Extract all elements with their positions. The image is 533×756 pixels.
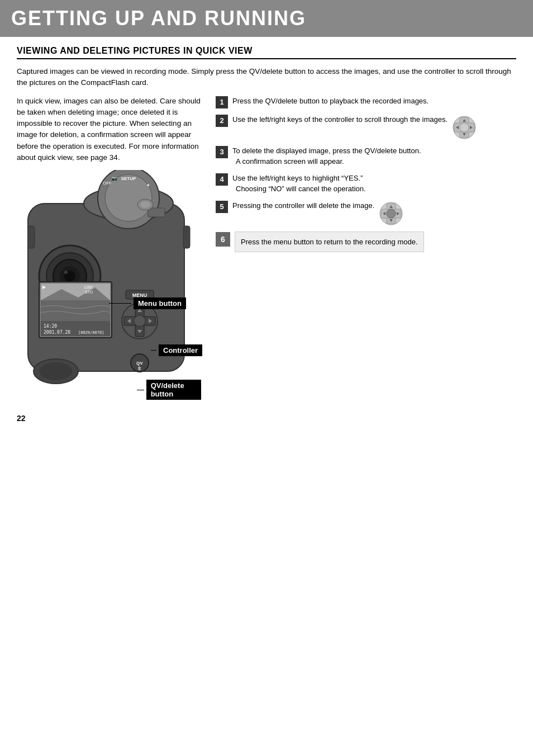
step-3-text: To delete the displayed image, press the…	[232, 145, 421, 167]
svg-text:🗑: 🗑	[137, 366, 141, 370]
step-2-text: Use the left/right keys of the controlle…	[232, 114, 448, 125]
step-5-text: Pressing the controller will delete the …	[232, 200, 374, 211]
svg-text:OFF: OFF	[103, 181, 112, 186]
controller-dpad-icon-step2	[452, 115, 477, 140]
menu-button-label-group: Menu button	[109, 297, 186, 309]
step-3-number: 3	[216, 146, 228, 158]
svg-text:SETUP: SETUP	[121, 176, 136, 181]
step-1-text: Press the QV/delete button to playback t…	[232, 96, 429, 107]
camera-svg: SETUP ✦ 📷 OFF	[17, 170, 201, 405]
svg-point-41	[39, 362, 73, 380]
step-4-text: Use the left/right keys to highlight “YE…	[232, 173, 366, 195]
page-content: VIEWING AND DELETING PICTURES IN QUICK V…	[0, 37, 533, 434]
svg-text:2001.07.20: 2001.07.20	[44, 330, 70, 335]
step-4-bullet: Choosing “NO” will cancel the operation.	[232, 183, 366, 195]
page-number: 22	[17, 414, 207, 423]
svg-point-46	[140, 201, 150, 208]
step-5: 5 Pressing the controller will delete th…	[216, 200, 516, 226]
svg-text:📷: 📷	[112, 176, 117, 181]
step-5-number: 5	[216, 201, 228, 213]
svg-rect-43	[183, 226, 190, 248]
step-6-text: Press the menu button to return to the r…	[235, 231, 424, 253]
main-layout: In quick view, images can also be delete…	[17, 96, 516, 423]
svg-text:QV: QV	[136, 361, 143, 366]
qv-label-group: QV/delete button	[137, 380, 201, 400]
svg-text:[0029/0078]: [0029/0078]	[78, 330, 104, 335]
svg-text:▶: ▶	[42, 285, 46, 290]
controller-dpad-icon-step5	[379, 201, 403, 226]
step-6-number: 6	[216, 232, 230, 247]
step-4-number: 4	[216, 173, 228, 186]
svg-point-32	[134, 315, 145, 327]
svg-point-13	[64, 271, 68, 274]
controller-label-group: Controller	[151, 344, 202, 356]
svg-point-50	[460, 123, 469, 132]
svg-rect-42	[28, 226, 35, 248]
svg-point-58	[387, 209, 396, 218]
step-2-content: Use the left/right keys of the controlle…	[232, 114, 477, 140]
right-column: 1 Press the QV/delete button to playback…	[216, 96, 516, 423]
step-2-number: 2	[216, 115, 228, 127]
page-title: GETTING UP AND RUNNING	[11, 7, 522, 30]
menu-button-label: Menu button	[134, 297, 186, 309]
svg-text:STO: STO	[85, 290, 93, 294]
camera-diagram: SETUP ✦ 📷 OFF	[17, 170, 201, 405]
svg-text:1280: 1280	[84, 285, 93, 289]
page-header: GETTING UP AND RUNNING	[0, 0, 533, 37]
step-6: 6 Press the menu button to return to the…	[216, 231, 516, 253]
section-title: VIEWING AND DELETING PICTURES IN QUICK V…	[17, 46, 516, 59]
intro-paragraph2: In quick view, images can also be delete…	[17, 96, 207, 164]
svg-rect-44	[148, 208, 165, 217]
svg-text:14:20: 14:20	[44, 324, 57, 329]
svg-point-3	[105, 174, 152, 221]
left-column: In quick view, images can also be delete…	[17, 96, 207, 423]
step-3-bullet: A confirmation screen will appear.	[232, 156, 421, 167]
step-4: 4 Use the left/right keys to highlight “…	[216, 173, 516, 195]
step-5-content: Pressing the controller will delete the …	[232, 200, 403, 226]
step-1-number: 1	[216, 96, 228, 108]
steps-container: 1 Press the QV/delete button to playback…	[216, 96, 516, 253]
qv-delete-label: QV/delete button	[146, 380, 201, 400]
step-2: 2 Use the left/right keys of the control…	[216, 114, 516, 140]
intro-paragraph1: Captured images can be viewed in recordi…	[17, 66, 516, 89]
step-1: 1 Press the QV/delete button to playback…	[216, 96, 516, 108]
controller-label: Controller	[159, 344, 202, 356]
step-3: 3 To delete the displayed image, press t…	[216, 145, 516, 167]
